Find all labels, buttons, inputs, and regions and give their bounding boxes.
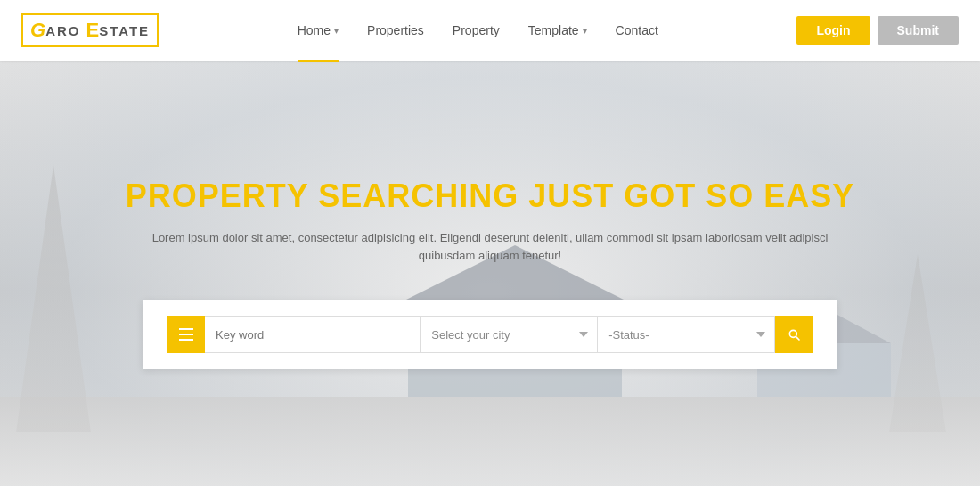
logo: G aro E state [21, 13, 159, 47]
home-dropdown-arrow: ▾ [334, 26, 339, 36]
logo-box: G aro E state [21, 13, 159, 47]
logo-e: E [86, 19, 99, 42]
hamburger-line-2 [179, 334, 193, 335]
nav-link-home[interactable]: Home ▾ [298, 23, 339, 37]
nav-item-contact[interactable]: Contact [616, 23, 658, 37]
search-keyword-input[interactable] [205, 316, 421, 353]
hamburger-line-1 [179, 328, 193, 330]
nav-link-template[interactable]: Template ▾ [528, 23, 587, 37]
login-button[interactable]: Login [796, 16, 870, 45]
submit-button[interactable]: Submit [878, 16, 959, 45]
nav-buttons: Login Submit [796, 16, 959, 45]
nav-link-property[interactable]: Property [453, 23, 500, 37]
nav-item-home[interactable]: Home ▾ [298, 23, 339, 37]
nav-item-template[interactable]: Template ▾ [528, 23, 587, 37]
logo-g: G [30, 19, 45, 42]
search-city-select[interactable]: Select your city New York Los Angeles Ch… [421, 316, 598, 353]
template-dropdown-arrow: ▾ [583, 26, 587, 36]
hero-subtitle: Lorem ipsum dolor sit amet, consectetur … [151, 229, 829, 264]
search-bar: Select your city New York Los Angeles Ch… [143, 300, 837, 369]
hero-title: PROPERTY SEARCHING JUST GOT SO EASY [126, 177, 854, 215]
hamburger-line-3 [179, 339, 193, 341]
search-menu-button[interactable] [167, 316, 205, 353]
nav-link-properties[interactable]: Properties [367, 23, 424, 37]
search-button[interactable] [775, 316, 813, 353]
nav-link-contact[interactable]: Contact [616, 23, 658, 37]
search-icon [787, 327, 801, 342]
nav-item-properties[interactable]: Properties [367, 23, 424, 37]
nav-item-property[interactable]: Property [453, 23, 500, 37]
hero-content: PROPERTY SEARCHING JUST GOT SO EASY Lore… [0, 61, 980, 486]
navbar: G aro E state Home ▾ Properties Property… [0, 0, 980, 61]
search-status-select[interactable]: -Status- For Sale For Rent Sold [598, 316, 775, 353]
logo-state: state [99, 23, 150, 38]
nav-links: Home ▾ Properties Property Template ▾ Co… [298, 23, 658, 37]
logo-aro: aro [45, 23, 80, 38]
